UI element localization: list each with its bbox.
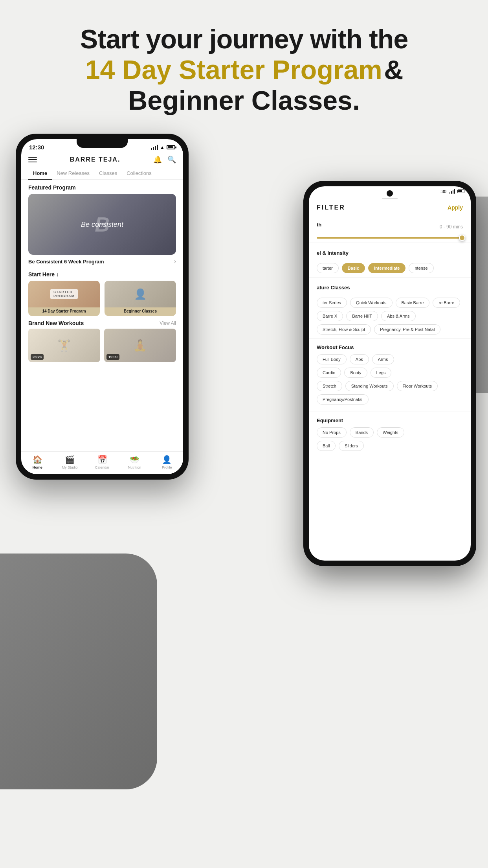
chip-re-barre[interactable]: re Barre xyxy=(433,298,460,308)
chip-intense[interactable]: ntense xyxy=(409,263,433,273)
filter-range-value: 0 - 90 mins xyxy=(440,224,463,230)
starter-card-image: STARTERPROGRAM xyxy=(28,281,100,307)
workout-card-1[interactable]: 🏋️ 23:23 xyxy=(28,329,100,362)
signature-chips: ter Series Quick Workouts Basic Barre re… xyxy=(309,298,471,337)
starter-badge: STARTERPROGRAM xyxy=(50,289,78,299)
chip-pregnancy-postnatal[interactable]: Pregnancy/Postnatal xyxy=(317,394,369,405)
chip-stretch-flow[interactable]: Stretch, Flow & Sculpt xyxy=(317,324,371,335)
nutrition-nav-label: Nutrition xyxy=(128,465,141,469)
signal-icon xyxy=(151,145,158,150)
slider-thumb[interactable] xyxy=(459,235,465,241)
filter-length-row: th 0 - 90 mins xyxy=(317,222,463,232)
workout-duration-1: 23:23 xyxy=(31,354,44,360)
header-highlight: 14 Day Starter Program xyxy=(85,55,382,85)
battery-icon xyxy=(167,145,175,149)
search-icon[interactable]: 🔍 xyxy=(167,155,176,164)
chip-full-body[interactable]: Full Body xyxy=(317,354,347,364)
slider-track xyxy=(317,237,463,239)
bottom-nav-home[interactable]: 🏠 Home xyxy=(21,455,53,469)
featured-program-card[interactable]: B Be consistent xyxy=(28,194,176,255)
notification-icon[interactable]: 🔔 xyxy=(153,155,162,164)
filter-intensity-section: el & Intensity xyxy=(309,245,471,263)
chevron-right-icon: › xyxy=(174,258,176,265)
phones-container: 12:30 ▲ xyxy=(0,102,488,868)
header-actions: 🔔 🔍 xyxy=(153,155,176,164)
tab-home[interactable]: Home xyxy=(28,167,52,179)
brand-new-section-header: Brand New Workouts View All xyxy=(21,316,183,329)
chip-ter-series[interactable]: ter Series xyxy=(317,298,347,308)
filter-header: FILTER Apply xyxy=(309,202,471,216)
chip-standing-workouts[interactable]: Standing Workouts xyxy=(345,381,394,391)
equipment-row-2: Ball Sliders xyxy=(317,441,463,451)
tab-collections[interactable]: Collections xyxy=(122,167,156,179)
bottom-nav-studio[interactable]: 🎬 My Studio xyxy=(53,455,86,469)
workout-focus-title: Workout Focus xyxy=(317,344,463,350)
chip-sliders[interactable]: Sliders xyxy=(339,441,364,451)
filter-divider-3 xyxy=(309,338,471,339)
chip-abs-arms[interactable]: Abs & Arms xyxy=(381,311,415,321)
profile-nav-label: Profile xyxy=(162,465,172,469)
profile-nav-icon: 👤 xyxy=(162,455,172,464)
chip-legs[interactable]: Legs xyxy=(371,368,392,378)
chip-barre-x[interactable]: Barre X xyxy=(317,311,343,321)
filter-length-section: th 0 - 90 mins xyxy=(309,216,471,237)
chip-stretch[interactable]: Stretch xyxy=(317,381,342,391)
nutrition-nav-icon: 🥗 xyxy=(130,455,139,464)
view-all-button[interactable]: View All xyxy=(160,320,176,326)
chip-basic-barre[interactable]: Basic Barre xyxy=(396,298,430,308)
equipment-title: Equipment xyxy=(317,417,463,423)
chip-no-props[interactable]: No Props xyxy=(317,427,347,438)
chip-bands[interactable]: Bands xyxy=(350,427,374,438)
bottom-navigation: 🏠 Home 🎬 My Studio 📅 Calendar 🥗 Nutritio… xyxy=(21,451,183,474)
hamburger-button[interactable] xyxy=(28,157,37,162)
chip-weights[interactable]: Weights xyxy=(377,427,404,438)
chip-abs[interactable]: Abs xyxy=(350,354,369,364)
signature-classes-title: ature Classes xyxy=(317,285,463,291)
right-time: :30 xyxy=(440,189,446,194)
chip-quick-workouts[interactable]: Quick Workouts xyxy=(350,298,392,308)
equipment-row-1: No Props Bands Weights xyxy=(317,427,463,438)
chip-starter[interactable]: tarter xyxy=(317,263,339,273)
tab-classes[interactable]: Classes xyxy=(94,167,122,179)
chip-pregnancy-pre-post[interactable]: Pregnancy, Pre & Post Natal xyxy=(374,324,440,335)
chip-cardio[interactable]: Cardio xyxy=(317,368,341,378)
filter-title: FILTER xyxy=(317,204,345,211)
featured-card-footer: Be Consistent 6 Week Program › xyxy=(21,255,183,268)
featured-overlay-text: Be consistent xyxy=(81,220,123,228)
header-ampersand: & xyxy=(384,55,403,85)
signature-classes-section: ature Classes xyxy=(309,279,471,298)
starter-card-label: 14 Day Starter Program xyxy=(28,307,100,315)
filter-divider-1 xyxy=(309,243,471,243)
focus-row-1: Full Body Abs Arms xyxy=(317,354,463,364)
chip-basic[interactable]: Basic xyxy=(342,263,365,273)
chip-intermediate[interactable]: Intermediate xyxy=(368,263,405,273)
featured-section-label: Featured Program xyxy=(21,180,183,194)
bottom-nav-profile[interactable]: 👤 Profile xyxy=(151,455,183,469)
workout-cards-container: 🏋️ 23:23 🧘 19:09 xyxy=(21,329,183,362)
equipment-section: Equipment No Props Bands Weights Ball Sl… xyxy=(309,414,471,456)
home-nav-icon: 🏠 xyxy=(33,455,42,464)
app-title: BARRE TEJA. xyxy=(70,156,121,163)
bottom-nav-calendar[interactable]: 📅 Calendar xyxy=(86,455,118,469)
bottom-nav-nutrition[interactable]: 🥗 Nutrition xyxy=(118,455,150,469)
beginner-classes-card[interactable]: 👤 Beginner Classes xyxy=(105,281,176,316)
header-line2: Beginner Classes. xyxy=(31,85,457,116)
chip-ball[interactable]: Ball xyxy=(317,441,336,451)
tab-new-releases[interactable]: New Releases xyxy=(52,167,94,179)
start-here-cards: STARTERPROGRAM 14 Day Starter Program 👤 … xyxy=(21,281,183,316)
right-battery-icon xyxy=(457,189,464,193)
calendar-nav-label: Calendar xyxy=(95,465,110,469)
starter-program-card[interactable]: STARTERPROGRAM 14 Day Starter Program xyxy=(28,281,100,316)
studio-nav-label: My Studio xyxy=(62,465,78,469)
workout-card-2[interactable]: 🧘 19:09 xyxy=(104,329,176,362)
filter-apply-button[interactable]: Apply xyxy=(448,204,463,211)
chip-barre-hiit[interactable]: Barre HIIT xyxy=(346,311,378,321)
chip-booty[interactable]: Booty xyxy=(344,368,367,378)
focus-row-3: Stretch Standing Workouts Floor Workouts xyxy=(317,381,463,391)
filter-slider-container[interactable] xyxy=(309,237,471,241)
filter-intensity-title: el & Intensity xyxy=(317,250,463,256)
chip-floor-workouts[interactable]: Floor Workouts xyxy=(397,381,438,391)
notch-left xyxy=(77,139,128,148)
chip-arms[interactable]: Arms xyxy=(372,354,394,364)
wifi-icon: ▲ xyxy=(160,145,165,150)
